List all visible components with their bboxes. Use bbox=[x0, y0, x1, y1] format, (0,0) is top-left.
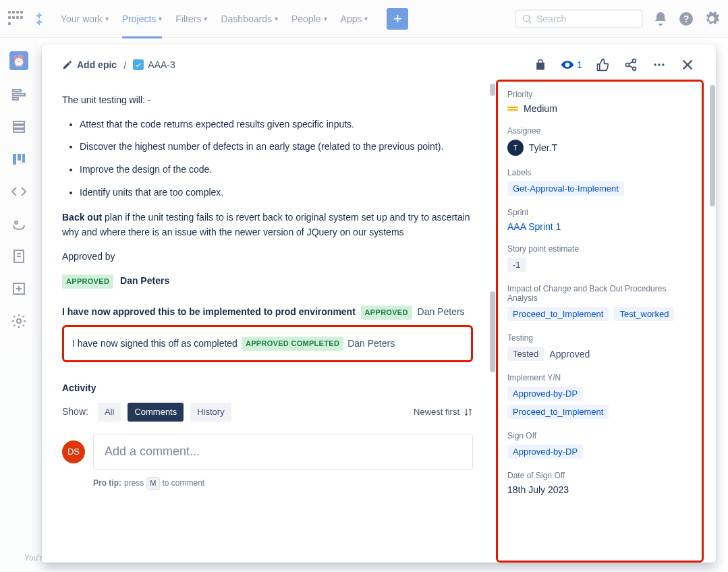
modal-header: Add epic / AAA-3 1 bbox=[42, 45, 716, 80]
svg-line-24 bbox=[629, 61, 633, 63]
pages-icon[interactable] bbox=[11, 248, 27, 264]
back-out-paragraph: Back out plan if the unit testing fails … bbox=[62, 210, 473, 239]
settings-icon[interactable] bbox=[704, 11, 720, 27]
lock-icon[interactable] bbox=[532, 57, 549, 73]
assignee-avatar: T bbox=[507, 140, 524, 156]
right-scrollbar[interactable] bbox=[709, 82, 716, 563]
project-avatar-icon[interactable]: ⏰ bbox=[9, 51, 28, 70]
list-item: Identify units that are too complex. bbox=[80, 185, 473, 200]
create-button[interactable]: + bbox=[387, 8, 408, 30]
issue-description-panel: The unit testing will: - Attest that the… bbox=[42, 80, 496, 563]
add-epic-button[interactable]: Add epic bbox=[77, 59, 117, 70]
watchers-button[interactable]: 1 bbox=[561, 58, 582, 72]
prod-approval-statement: I have now approved this to be implement… bbox=[62, 305, 473, 320]
tab-history[interactable]: History bbox=[190, 403, 231, 422]
label-chip[interactable]: Test_worked bbox=[614, 307, 674, 321]
field-impact[interactable]: Impact of Change and Back Out Procedures… bbox=[507, 284, 692, 321]
svg-rect-12 bbox=[22, 154, 25, 163]
nav-projects[interactable]: Projects▾ bbox=[122, 13, 163, 38]
svg-text:?: ? bbox=[683, 13, 690, 24]
svg-point-21 bbox=[633, 59, 636, 63]
label-chip[interactable]: Approved-by-DP bbox=[507, 445, 583, 459]
issue-type-icon bbox=[133, 59, 144, 70]
project-settings-icon[interactable] bbox=[11, 313, 27, 329]
field-labels[interactable]: Labels Get-Approval-to-Implement bbox=[507, 168, 692, 196]
share-icon[interactable] bbox=[623, 57, 639, 73]
svg-rect-10 bbox=[13, 154, 16, 165]
list-item: Discover the highest number of defects i… bbox=[80, 140, 473, 154]
user-avatar: DS bbox=[62, 440, 85, 463]
help-icon[interactable]: ? bbox=[678, 11, 694, 27]
comment-input[interactable]: Add a comment... bbox=[93, 434, 473, 470]
code-icon[interactable] bbox=[11, 183, 27, 200]
field-story-points[interactable]: Story point estimate -1 bbox=[507, 244, 692, 272]
nav-filters[interactable]: Filters▾ bbox=[175, 13, 207, 24]
label-chip[interactable]: Proceed_to_Implement bbox=[507, 405, 609, 419]
svg-point-0 bbox=[524, 15, 530, 21]
field-sprint[interactable]: Sprint AAA Sprint 1 bbox=[507, 208, 692, 232]
svg-point-22 bbox=[626, 63, 629, 67]
approved-by-label: Approved by bbox=[62, 250, 473, 264]
sprint-link[interactable]: AAA Sprint 1 bbox=[507, 221, 561, 232]
nav-your-work[interactable]: Your work▾ bbox=[61, 13, 109, 24]
tab-comments[interactable]: Comments bbox=[128, 403, 184, 422]
svg-rect-4 bbox=[13, 90, 21, 92]
signoff-highlight-box: I have now signed this off as completed … bbox=[62, 325, 473, 363]
label-chip: Tested bbox=[507, 347, 544, 361]
search-input[interactable]: Search bbox=[515, 9, 643, 28]
approved-badge: APPROVED bbox=[361, 306, 412, 320]
breadcrumb-separator: / bbox=[123, 59, 126, 71]
activity-section: Activity Show: All Comments History Newe… bbox=[62, 381, 473, 490]
search-icon bbox=[522, 13, 532, 24]
eye-icon bbox=[561, 58, 574, 72]
field-sign-off[interactable]: Sign Off Approved-by-DP bbox=[507, 431, 692, 459]
vote-icon[interactable] bbox=[594, 57, 611, 73]
add-shortcut-icon[interactable] bbox=[11, 281, 27, 297]
signoff-text: I have now signed this off as completed bbox=[72, 337, 237, 351]
label-chip[interactable]: Proceed_to_Implement bbox=[507, 307, 609, 321]
field-testing[interactable]: Testing Tested Approved bbox=[507, 333, 692, 361]
show-label: Show: bbox=[62, 405, 88, 420]
board-icon[interactable] bbox=[11, 151, 27, 167]
field-priority[interactable]: Priority Medium bbox=[507, 90, 692, 114]
releases-icon[interactable] bbox=[11, 216, 27, 232]
issue-key-link[interactable]: AAA-3 bbox=[148, 59, 175, 70]
svg-rect-11 bbox=[18, 154, 21, 161]
issue-modal: Add epic / AAA-3 1 The unit testing will… bbox=[42, 45, 716, 563]
notifications-icon[interactable] bbox=[652, 11, 669, 27]
approved-by-row: APPROVED Dan Peters bbox=[62, 274, 473, 289]
pro-tip-text: Pro tip: press M to comment bbox=[93, 477, 473, 490]
nav-people[interactable]: People▾ bbox=[291, 13, 327, 24]
pencil-icon bbox=[62, 59, 73, 70]
app-switcher-icon[interactable] bbox=[8, 11, 24, 27]
more-actions-icon[interactable] bbox=[651, 57, 667, 73]
priority-medium-icon bbox=[507, 103, 518, 114]
approver-name: Dan Peters bbox=[120, 275, 169, 286]
field-date-sign-off[interactable]: Date of Sign Off 18th July 2023 bbox=[507, 471, 692, 495]
svg-point-27 bbox=[658, 63, 660, 65]
top-nav: Your work▾ Projects▾ Filters▾ Dashboards… bbox=[0, 0, 728, 38]
sort-newest-first[interactable]: Newest first bbox=[414, 405, 473, 419]
left-scrollbar[interactable] bbox=[489, 82, 496, 563]
field-implement-yn[interactable]: Implement Y/N Approved-by-DP Proceed_to_… bbox=[507, 373, 692, 419]
svg-line-1 bbox=[529, 21, 531, 23]
backlog-icon[interactable] bbox=[11, 119, 27, 135]
jira-logo-icon[interactable] bbox=[31, 11, 47, 27]
details-highlight-box: Priority Medium Assignee T Tyler.T Label… bbox=[496, 80, 704, 563]
approved-completed-badge: APPROVED COMPLETED bbox=[242, 337, 343, 351]
unit-testing-list: Attest that the code returns expected re… bbox=[80, 117, 473, 200]
svg-point-20 bbox=[17, 319, 21, 323]
tab-all[interactable]: All bbox=[98, 403, 121, 422]
close-icon[interactable] bbox=[679, 57, 696, 73]
project-sidebar: ⏰ bbox=[0, 38, 38, 572]
nav-apps[interactable]: Apps▾ bbox=[341, 13, 368, 24]
svg-point-28 bbox=[662, 63, 664, 65]
label-chip[interactable]: Approved-by-DP bbox=[507, 387, 583, 401]
field-assignee[interactable]: Assignee T Tyler.T bbox=[507, 126, 692, 156]
label-chip[interactable]: Get-Approval-to-Implement bbox=[507, 181, 624, 196]
svg-point-13 bbox=[15, 221, 18, 224]
nav-dashboards[interactable]: Dashboards▾ bbox=[221, 13, 278, 24]
svg-rect-6 bbox=[13, 98, 18, 100]
roadmap-icon[interactable] bbox=[11, 86, 27, 103]
svg-point-23 bbox=[633, 67, 636, 70]
